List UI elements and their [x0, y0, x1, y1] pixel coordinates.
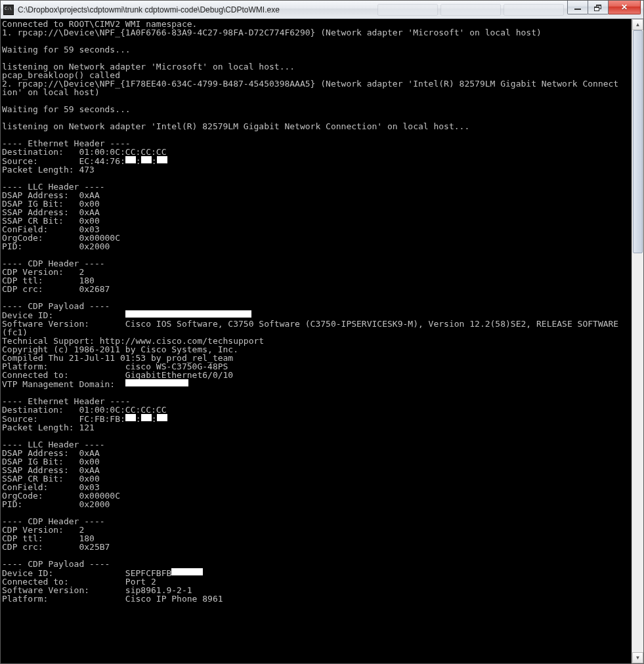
console-line: CDP crc: 0x2687 [2, 285, 630, 293]
console-line: VTP Management Domain: [2, 379, 630, 388]
console-line: CDP Version: 2 [2, 268, 630, 276]
background-tabs-blur [377, 4, 564, 16]
console-line: 1. rpcap://\Device\NPF_{1A0F6766-83A9-4C… [2, 28, 630, 37]
redacted-text [125, 379, 188, 386]
titlebar[interactable]: C:\Dropbox\projects\cdptowmi\trunk cdpto… [1, 1, 643, 19]
console-line: Packet Length: 473 [2, 165, 630, 174]
console-output[interactable]: Connected to ROOT\CIMV2 WMI namespace.1.… [1, 19, 632, 663]
redacted-text [141, 414, 152, 421]
console-line: Waiting for 59 seconds... [2, 45, 630, 54]
redacted-text [141, 156, 152, 163]
client-area: Connected to ROOT\CIMV2 WMI namespace.1.… [1, 19, 643, 663]
app-window: C:\Dropbox\projects\cdptowmi\trunk cdpto… [0, 0, 644, 664]
close-button[interactable] [608, 1, 641, 14]
console-line: listening on Network adapter 'Intel(R) 8… [2, 122, 630, 131]
console-line: ---- CDP Header ---- [2, 517, 630, 526]
console-app-icon [3, 5, 14, 15]
redacted-text [171, 568, 203, 575]
console-line: Packet Length: 121 [2, 423, 630, 432]
console-line: Waiting for 59 seconds... [2, 105, 630, 114]
console-line: Device ID: [2, 310, 630, 320]
console-line: Device ID: SEPFCFBFB [2, 568, 630, 577]
scroll-track[interactable] [632, 30, 643, 652]
scroll-thumb[interactable] [633, 30, 643, 253]
console-line: Platform: Cisco IP Phone 8961 [2, 594, 630, 603]
console-line: ---- CDP Payload ---- [2, 302, 630, 310]
redacted-text [125, 310, 251, 318]
console-line: Software Version: Cisco IOS Software, C3… [2, 320, 630, 328]
restore-button[interactable] [588, 1, 609, 14]
console-line: ion' on local host) [2, 88, 630, 96]
console-line: PID: 0x2000 [2, 500, 630, 508]
console-line: Source: EC:44:76: : : [2, 156, 630, 165]
window-controls [568, 1, 641, 14]
redacted-text [125, 414, 136, 421]
redacted-text [157, 414, 167, 421]
minimize-button[interactable] [567, 1, 588, 14]
scroll-up-button[interactable]: ▲ [632, 19, 643, 30]
redacted-text [157, 156, 167, 163]
console-line: PID: 0x2000 [2, 242, 630, 251]
vertical-scrollbar[interactable]: ▲ ▼ [632, 19, 643, 663]
console-line: ---- CDP Payload ---- [2, 560, 630, 568]
console-line: Destination: 01:00:0C:CC:CC:CC [2, 148, 630, 156]
window-title: C:\Dropbox\projects\cdptowmi\trunk cdpto… [18, 5, 280, 14]
console-line: CDP Version: 2 [2, 526, 630, 534]
console-line: Connected to: GigabitEthernet6/0/10 [2, 371, 630, 379]
redacted-text [125, 156, 136, 163]
scroll-down-button[interactable]: ▼ [632, 652, 643, 663]
console-line: Source: FC:FB:FB: : : [2, 414, 630, 423]
console-line: CDP crc: 0x25B7 [2, 543, 630, 551]
console-line: ---- CDP Header ---- [2, 259, 630, 268]
console-line: Destination: 01:00:0C:CC:CC:CC [2, 405, 630, 414]
